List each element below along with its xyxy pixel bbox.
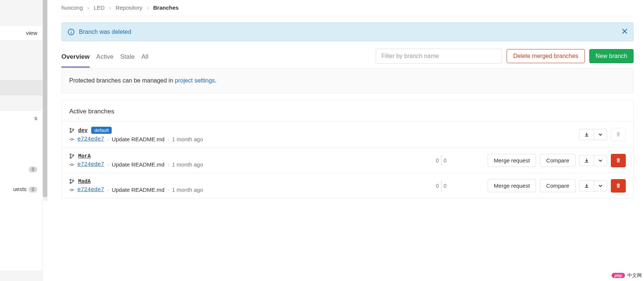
commit-sha-link[interactable]: e724ede7 [77,187,104,193]
commit-sha-link[interactable]: e724ede7 [77,136,104,142]
download-dropdown[interactable] [579,129,607,140]
merge-request-button[interactable]: Merge request [488,179,536,192]
branch-row: MorA e724ede7 · Update README.md · 1 mon… [62,148,633,173]
merge-request-button[interactable]: Merge request [488,154,536,167]
commit-message: Update README.md [112,187,165,193]
svg-point-19 [73,180,74,181]
watermark: php 中文网 [612,272,642,279]
download-dropdown[interactable] [579,155,607,166]
sidebar-item-badge1[interactable]: 0 [0,162,42,176]
commit-icon [69,187,74,193]
sidebar: view s 0 uests0 [0,0,43,281]
download-caret[interactable] [594,155,607,166]
trash-icon [616,183,621,188]
breadcrumb-sep: › [109,4,111,11]
chevron-down-icon [599,184,602,188]
svg-point-7 [73,129,74,130]
alert-close-button[interactable] [622,28,627,36]
info-icon [68,29,74,35]
download-caret[interactable] [594,129,607,140]
download-button[interactable] [580,129,594,140]
delete-merged-button[interactable]: Delete merged branches [507,49,584,63]
branch-name-link[interactable]: dev [78,127,87,133]
compare-button[interactable]: Compare [540,179,576,192]
branch-name-link[interactable]: MorA [78,153,91,159]
tab-all[interactable]: All [141,49,149,68]
download-icon [584,183,589,188]
branch-row: MadA e724ede7 · Update README.md · 1 mon… [62,173,633,198]
svg-point-18 [70,183,71,184]
commit-time: 1 month ago [172,161,203,168]
alert-message: Branch was deleted [79,29,131,35]
scrollbar-thumb[interactable] [43,0,47,197]
download-dropdown[interactable] [579,180,607,191]
download-button[interactable] [580,181,594,191]
sidebar-item-label: view [26,30,37,36]
branch-name-link[interactable]: MadA [78,178,91,184]
breadcrumb-sep: › [87,4,89,11]
info-suffix: . [215,77,216,84]
commit-icon [69,162,74,167]
sidebar-badge: 0 [29,187,37,193]
svg-point-6 [70,131,71,133]
branches-header: Active branches [62,100,633,121]
branch-icon [69,154,74,159]
download-button[interactable] [580,155,594,166]
branches-card: Active branches dev default e724ede7 [61,100,634,198]
svg-point-17 [70,179,71,181]
svg-point-8 [71,138,73,140]
behind-count: 0 [436,183,439,189]
trash-icon [616,132,621,137]
project-settings-link[interactable]: project settings [175,77,215,84]
breadcrumb-link[interactable]: huocong [61,4,83,11]
scrollbar[interactable] [42,0,48,201]
watermark-text: 中文网 [627,272,642,279]
new-branch-button[interactable]: New branch [589,49,634,63]
info-banner: Protected branches can be managed in pro… [61,68,634,93]
sidebar-badge: 0 [29,167,37,172]
sidebar-item-current[interactable] [0,80,42,96]
svg-point-12 [70,157,71,159]
download-icon [584,132,589,137]
tabs: Overview Active Stale All [61,49,149,67]
breadcrumb-link[interactable]: LED [94,4,105,11]
sidebar-item-overview[interactable]: view [0,26,42,40]
svg-point-11 [70,154,71,155]
compare-button[interactable]: Compare [540,154,576,167]
download-caret[interactable] [594,181,607,191]
breadcrumb-sep: › [147,4,149,11]
commit-time: 1 month ago [172,187,203,193]
delete-branch-button[interactable] [611,154,626,167]
delete-branch-button-disabled [611,128,626,141]
behind-count: 0 [436,158,439,164]
divergence-separator [441,180,441,191]
svg-point-14 [71,164,73,165]
watermark-badge: php [612,273,625,278]
sidebar-item-requests[interactable]: uests0 [0,182,42,196]
sidebar-item-s[interactable]: s [0,111,42,125]
info-prefix: Protected branches can be managed in [69,77,175,84]
branch-divergence: 0 0 [436,155,447,166]
breadcrumb-link[interactable]: Repository [115,4,142,11]
toolbar: Overview Active Stale All Delete merged … [61,49,634,68]
sidebar-item-label: uests [13,186,26,192]
tab-overview[interactable]: Overview [61,49,90,68]
tab-active[interactable]: Active [96,49,114,68]
breadcrumb-current: Branches [153,4,178,11]
divergence-separator [441,155,441,166]
branch-divergence: 0 0 [436,180,447,191]
branch-row: dev default e724ede7 · Update README.md … [62,121,633,148]
download-icon [584,158,589,163]
delete-branch-button[interactable] [611,179,626,193]
commit-message: Update README.md [112,136,165,142]
branch-icon [69,179,74,184]
chevron-down-icon [599,133,602,136]
commit-time: 1 month ago [172,136,203,142]
commit-message: Update README.md [112,161,165,168]
branch-icon [69,128,74,133]
filter-input[interactable] [376,49,502,64]
sidebar-item-blank1[interactable] [0,47,42,59]
tab-stale[interactable]: Stale [120,49,135,68]
commit-sha-link[interactable]: e724ede7 [77,161,104,168]
trash-icon [616,158,621,163]
